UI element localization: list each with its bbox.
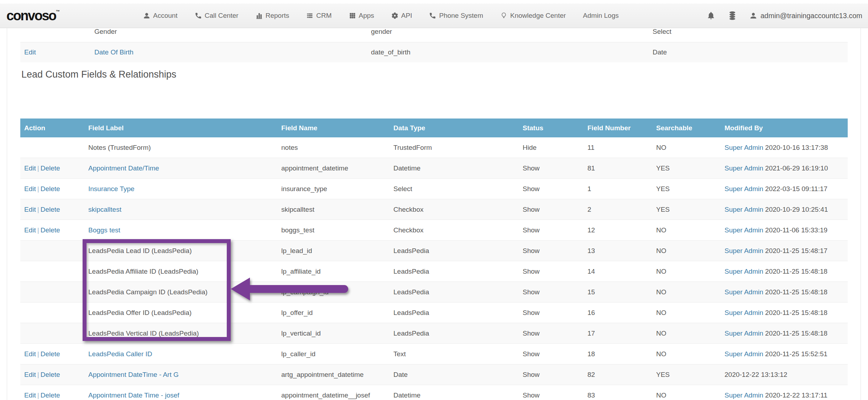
nav-item-api[interactable]: API [391,12,412,20]
modified-by-user-link[interactable]: Super Admin [725,144,763,151]
table-row: Edit|DeleteInsurance Typeinsurance_typeS… [20,178,848,199]
data-type-text: LeadsPedia [393,330,429,337]
searchable: NO [652,288,721,296]
field-number: 15 [584,288,652,296]
field-label-link[interactable]: Appointment Date/Time [88,164,159,172]
delete-link[interactable]: Delete [41,206,60,213]
nav-item-knowledge-center[interactable]: Knowledge Center [500,12,566,20]
field-number: 83 [584,391,652,399]
user-menu[interactable]: admin@trainingaccountc13.com [749,12,862,20]
delete-link[interactable]: Delete [41,226,60,234]
field-label-link[interactable]: Boggs test [88,226,120,234]
lead-custom-fields-table: ActionField LabelField NameData TypeStat… [20,119,848,400]
delete-link[interactable]: Delete [41,371,60,378]
field-label-link[interactable]: Appointment DateTime - Art G [88,371,179,378]
modified-by-user-link[interactable]: Super Admin [725,164,763,172]
action-cell: Edit|Delete [20,350,84,358]
nav-item-admin-logs[interactable]: Admin Logs [583,12,618,20]
searchable: NO [652,144,721,152]
modified-at-text: 2020-11-25 15:52:51 [765,350,827,358]
searchable-text: NO [656,288,666,296]
modified-by-user-link[interactable]: Super Admin [725,350,763,358]
nav-item-phone-system[interactable]: Phone System [429,12,483,20]
field-number: 2 [584,206,652,214]
table-row: Edit|DeleteAppointment Date/Timeappointm… [20,158,848,178]
field-label-link[interactable]: LeadsPedia Caller ID [88,350,152,358]
modified-at-text: 2022-03-15 09:11:17 [765,185,827,193]
delete-link[interactable]: Delete [41,350,60,358]
modified-by-cell: Super Admin 2020-11-25 15:52:51 [721,350,848,358]
modified-by-user-link[interactable]: Super Admin [725,226,763,234]
nav-item-call-center[interactable]: Call Center [195,12,239,20]
searchable: YES [652,371,721,379]
status: Show [519,268,584,275]
convoso-logo[interactable]: convoso ™ [6,9,60,22]
page-left-border [7,28,7,400]
edit-link[interactable]: Edit [24,226,36,234]
delete-link[interactable]: Delete [41,391,60,399]
action-separator: | [36,185,41,193]
status: Show [519,164,584,172]
edit-link[interactable]: Edit [24,164,36,172]
database-button[interactable] [728,11,737,20]
edit-link[interactable]: Edit [24,350,36,358]
modified-at-text: 2020-12-22 13:17:11 [765,391,827,399]
edit-link[interactable]: Edit [24,206,36,213]
edit-link[interactable]: Edit [24,48,36,56]
data-type-text: Text [393,350,406,358]
status-text: Show [523,371,540,378]
field-name: lp_vertical_id [277,330,389,337]
modified-by-user-link[interactable]: Super Admin [725,330,763,337]
edit-link[interactable]: Edit [24,391,36,399]
modified-by-user-link[interactable]: Super Admin [725,288,763,296]
field-name-text: lp_campaign_id [281,288,329,296]
status: Show [519,185,584,193]
nav-item-account[interactable]: Account [143,12,178,20]
field-label-text: LeadsPedia Lead ID (LeadsPedia) [88,247,192,254]
modified-by-user-link[interactable]: Super Admin [725,391,763,399]
field-number: 82 [584,371,652,379]
user-icon [143,12,150,19]
nav-item-label: CRM [316,12,331,20]
field-name-text: lp_affiliate_id [281,268,321,275]
delete-link[interactable]: Delete [41,185,60,193]
edit-link[interactable]: Edit [24,371,36,378]
action-separator: | [36,206,41,213]
modified-by-user-link[interactable]: Super Admin [725,268,763,275]
bell-icon [707,11,715,20]
delete-link[interactable]: Delete [41,164,60,172]
data-type: LeadsPedia [389,330,519,337]
data-type: LeadsPedia [389,288,519,296]
field-name: lp_lead_id [277,247,389,255]
nav-item-apps[interactable]: Apps [349,12,374,20]
modified-by-cell: Super Admin 2020-11-06 15:33:19 [721,226,848,234]
field-label-link[interactable]: skipcalltest [88,206,121,213]
notifications-bell-button[interactable] [707,11,715,20]
action-cell: Edit [20,48,90,56]
status-text: Show [523,226,540,234]
field-label-link[interactable]: Date Of Birth [94,48,134,56]
status: Hide [519,144,584,152]
column-header-field-label: Field Label [84,124,277,132]
field-label: LeadsPedia Affiliate ID (LeadsPedia) [84,268,277,275]
modified-by-user-link[interactable]: Super Admin [725,206,763,213]
action-separator: | [36,164,41,172]
field-name: boggs_test [277,226,389,234]
action-cell: Edit|Delete [20,206,84,214]
data-type: Select [389,185,519,193]
data-type: Datetime [389,164,519,172]
nav-item-reports[interactable]: Reports [256,12,289,20]
modified-by-user-link[interactable]: Super Admin [725,309,763,316]
modified-by-user-link[interactable]: Super Admin [725,185,763,193]
data-type: LeadsPedia [389,268,519,275]
modified-by-user-link[interactable]: Super Admin [725,247,763,254]
field-name-text: lp_vertical_id [281,330,321,337]
field-label-link[interactable]: Insurance Type [88,185,135,193]
edit-link[interactable]: Edit [24,185,36,193]
field-label-link[interactable]: Appointment Date Time - josef [88,391,179,399]
field-name-text: lp_offer_id [281,309,313,316]
nav-item-label: Account [153,12,178,20]
data-type-text: LeadsPedia [393,288,429,296]
nav-item-crm[interactable]: CRM [306,12,331,20]
field-number-text: 12 [587,226,595,234]
